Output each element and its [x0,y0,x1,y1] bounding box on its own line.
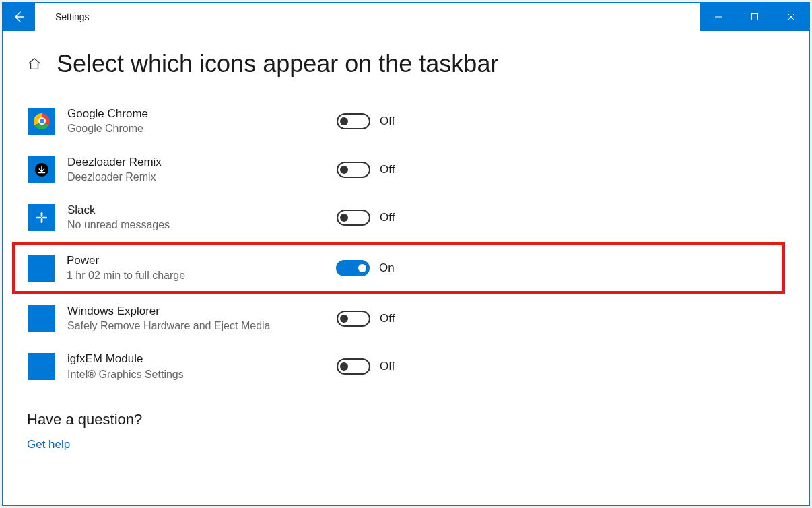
chrome-icon [28,108,55,135]
svg-rect-2 [41,212,43,217]
list-item: Deezloader Remix Deezloader Remix Off [27,146,785,194]
back-arrow-icon [12,10,26,24]
window-title: Settings [35,3,700,31]
title-bar: Settings [3,3,809,31]
toggle-slack[interactable] [337,210,370,226]
item-sub: Intel® Graphics Settings [67,367,337,382]
explorer-icon [28,305,55,332]
toggle-state: On [379,261,395,275]
home-icon[interactable] [27,57,42,71]
item-name: Slack [67,203,337,218]
minimize-button[interactable] [700,3,737,31]
list-item: Windows Explorer Safely Remove Hardware … [27,294,785,343]
content-area: Select which icons appear on the taskbar… [3,31,809,505]
svg-rect-0 [752,14,758,20]
settings-window: Settings Select which icons appear on th… [2,2,810,506]
list-item-highlighted: Power 1 hr 02 min to full charge On [12,242,785,294]
toggle-state: Off [380,360,395,373]
get-help-link[interactable]: Get help [27,438,785,451]
list-item: Google Chrome Google Chrome Off [27,97,785,146]
item-sub: 1 hr 02 min to full charge [67,268,336,283]
heading-row: Select which icons appear on the taskbar [27,50,785,78]
toggle-state: Off [380,312,395,325]
item-sub: Google Chrome [67,121,337,136]
toggle-chrome[interactable] [337,113,370,129]
toggle-deezloader[interactable] [337,162,370,178]
icon-list: Google Chrome Google Chrome Off Deezloa [27,97,785,391]
svg-rect-4 [36,217,41,219]
igfxem-icon [28,353,55,380]
svg-rect-3 [41,218,43,223]
slack-icon [28,204,55,231]
page-title: Select which icons appear on the taskbar [57,50,498,78]
maximize-button[interactable] [737,3,773,31]
toggle-power[interactable] [336,260,370,276]
toggle-igfxem[interactable] [337,358,370,375]
close-button[interactable] [773,3,809,31]
item-name: Power [67,253,336,268]
minimize-icon [714,13,722,21]
help-heading: Have a question? [27,411,785,428]
list-item: igfxEM Module Intel® Graphics Settings O… [27,342,785,391]
toggle-state: Off [380,163,395,177]
item-name: Google Chrome [67,106,337,121]
back-button[interactable] [3,3,35,31]
power-icon [28,255,55,282]
window-controls [700,3,809,31]
close-icon [787,13,795,21]
item-name: Windows Explorer [67,304,337,319]
svg-rect-5 [42,217,47,219]
maximize-icon [751,13,759,21]
item-name: igfxEM Module [67,352,337,367]
toggle-explorer[interactable] [337,311,370,327]
toggle-state: Off [380,211,395,224]
item-sub: Safely Remove Hardware and Eject Media [67,319,337,334]
item-sub: No unread messages [67,218,337,232]
deezloader-icon [28,156,55,183]
item-sub: Deezloader Remix [67,170,337,185]
item-name: Deezloader Remix [67,155,337,170]
toggle-state: Off [380,115,395,128]
list-item: Slack No unread messages Off [27,193,785,242]
